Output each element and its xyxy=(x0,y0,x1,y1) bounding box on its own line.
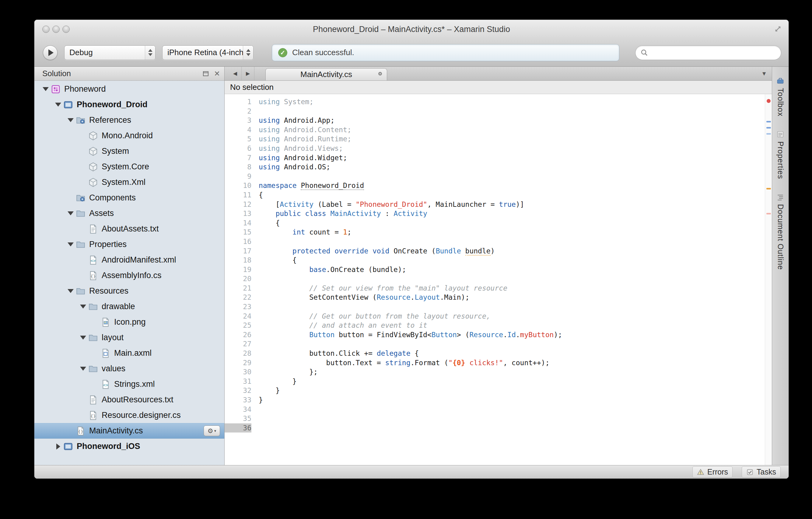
tab-list-dropdown-icon[interactable]: ▼ xyxy=(761,67,767,80)
titlebar: Phoneword_Droid – MainActivity.cs* – Xam… xyxy=(34,20,789,39)
dock-tab-document-outline[interactable]: Document Outline xyxy=(776,193,785,270)
line-number: 16 xyxy=(225,237,252,246)
screen: Phoneword_Droid – MainActivity.cs* – Xam… xyxy=(0,0,812,519)
dock-pad-icon[interactable] xyxy=(202,70,209,77)
disclosure-expanded-icon[interactable] xyxy=(67,289,74,293)
stepper-icon[interactable] xyxy=(243,46,253,60)
tasks-button[interactable]: Tasks xyxy=(742,466,781,477)
disclosure-slot[interactable] xyxy=(78,336,88,339)
tree-item-resources[interactable]: Resources xyxy=(34,283,224,299)
close-window-button[interactable] xyxy=(42,26,50,33)
disclosure-collapsed-icon[interactable] xyxy=(56,443,60,449)
line-number: 26 xyxy=(225,330,252,339)
search-input[interactable] xyxy=(651,48,776,57)
tasks-check-icon xyxy=(746,468,754,476)
task-marker[interactable] xyxy=(766,133,771,135)
minimize-window-button[interactable] xyxy=(52,26,60,33)
tree-item-phoneword[interactable]: Phoneword xyxy=(34,81,224,97)
tree-item-phoneword-ios[interactable]: Phoneword_iOS xyxy=(34,439,224,454)
disclosure-expanded-icon[interactable] xyxy=(42,87,49,91)
code-line: button.Click += delegate { xyxy=(259,349,765,358)
tree-item-mono-android[interactable]: Mono.Android xyxy=(34,128,224,143)
tree-item-references[interactable]: References xyxy=(34,112,224,128)
breadcrumb[interactable]: No selection xyxy=(225,81,772,94)
assembly-icon xyxy=(88,146,98,156)
task-marker[interactable] xyxy=(767,99,771,103)
tree-item-assets[interactable]: Assets xyxy=(34,206,224,221)
close-pad-icon[interactable]: ✕ xyxy=(214,70,220,77)
run-button[interactable] xyxy=(43,45,58,60)
zoom-window-button[interactable] xyxy=(62,26,70,33)
disclosure-slot[interactable] xyxy=(53,443,63,449)
task-marker[interactable] xyxy=(766,121,771,122)
disclosure-expanded-icon[interactable] xyxy=(80,367,86,371)
task-marker[interactable] xyxy=(766,127,771,129)
search-icon xyxy=(640,49,648,57)
tree-item-values[interactable]: values xyxy=(34,361,224,377)
warning-triangle-icon xyxy=(697,468,704,476)
disclosure-slot[interactable] xyxy=(40,87,51,91)
code-line: [Activity (Label = "Phoneword_Droid", Ma… xyxy=(259,200,765,209)
tree-item-system[interactable]: System xyxy=(34,143,224,159)
tree-item-mainactivity-cs[interactable]: {}MainActivity.cs⚙▾ xyxy=(34,423,224,439)
disclosure-slot[interactable] xyxy=(65,289,76,293)
disclosure-expanded-icon[interactable] xyxy=(80,305,86,308)
disclosure-slot[interactable] xyxy=(65,118,76,122)
tree-item-drawable[interactable]: drawable xyxy=(34,299,224,314)
disclosure-expanded-icon[interactable] xyxy=(80,336,86,339)
code-text[interactable]: using System;using Android.App;using And… xyxy=(255,94,765,465)
tree-item-label: System.Xml xyxy=(102,177,145,187)
tree-item-aboutresources-txt[interactable]: AboutResources.txt xyxy=(34,392,224,408)
xmlfile-icon: <> xyxy=(101,380,111,389)
svg-text:<>: <> xyxy=(103,383,108,387)
editor-area: ◀ ▶ MainActivity.cs ▼ No selection 12345… xyxy=(225,67,772,465)
disclosure-slot[interactable] xyxy=(65,242,76,246)
dock-tab-properties[interactable]: Properties xyxy=(776,130,785,179)
device-selector[interactable]: iPhone Retina (4-inch xyxy=(162,45,254,60)
tree-item-assemblyinfo-cs[interactable]: {}AssemblyInfo.cs xyxy=(34,268,224,283)
tree-item-label: Properties xyxy=(89,240,126,249)
navigate-forward-button[interactable]: ▶ xyxy=(242,67,255,80)
code-line: using Android.Content; xyxy=(259,125,765,135)
tab-close-icon[interactable] xyxy=(378,72,382,76)
errors-button[interactable]: Errors xyxy=(692,466,732,477)
project-icon xyxy=(63,100,73,110)
code-line: }; xyxy=(259,367,765,377)
disclosure-expanded-icon[interactable] xyxy=(67,118,74,122)
task-marker[interactable] xyxy=(766,213,771,214)
tree-item-main-axml[interactable]: Main.axml xyxy=(34,346,224,361)
code-editor[interactable]: 1234567891011121314151617181920212223242… xyxy=(225,94,772,465)
tree-item-resource-designer-cs[interactable]: {}Resource.designer.cs xyxy=(34,408,224,423)
disclosure-slot[interactable] xyxy=(65,211,76,215)
quick-task-bar[interactable] xyxy=(765,94,772,465)
tree-item-aboutassets-txt[interactable]: AboutAssets.txt xyxy=(34,221,224,237)
disclosure-expanded-icon[interactable] xyxy=(67,211,74,215)
disclosure-slot[interactable] xyxy=(78,305,88,308)
disclosure-expanded-icon[interactable] xyxy=(55,103,61,107)
tree-item-phoneword-droid[interactable]: Phoneword_Droid xyxy=(34,97,224,112)
tree-item-androidmanifest-xml[interactable]: <>AndroidManifest.xml xyxy=(34,252,224,268)
disclosure-expanded-icon[interactable] xyxy=(67,242,74,246)
tree-item-strings-xml[interactable]: <>Strings.xml xyxy=(34,377,224,392)
dock-tab-toolbox[interactable]: Toolbox xyxy=(776,77,785,116)
tab-mainactivity[interactable]: MainActivity.cs xyxy=(265,68,387,80)
main-area: Solution ✕ PhonewordPhoneword_DroidRefer… xyxy=(34,67,789,465)
search-field[interactable] xyxy=(635,45,781,60)
tree-item-system-xml[interactable]: System.Xml xyxy=(34,174,224,190)
disclosure-slot[interactable] xyxy=(53,103,63,107)
fullscreen-icon[interactable] xyxy=(774,25,782,34)
task-marker[interactable] xyxy=(766,188,771,189)
tree-item-icon-png[interactable]: Icon.png xyxy=(34,314,224,330)
configuration-selector[interactable]: Debug xyxy=(64,45,155,60)
disclosure-slot[interactable] xyxy=(78,367,88,371)
line-number: 31 xyxy=(225,377,252,386)
navigate-back-button[interactable]: ◀ xyxy=(229,67,242,80)
item-actions-gear-button[interactable]: ⚙▾ xyxy=(204,426,220,436)
code-line xyxy=(259,237,765,246)
tree-item-layout[interactable]: layout xyxy=(34,330,224,346)
stepper-icon[interactable] xyxy=(145,46,155,60)
tree-item-components[interactable]: Components xyxy=(34,190,224,206)
code-line: Button button = FindViewById<Button> (Re… xyxy=(259,330,765,339)
tree-item-properties[interactable]: Properties xyxy=(34,237,224,252)
tree-item-system-core[interactable]: System.Core xyxy=(34,159,224,174)
